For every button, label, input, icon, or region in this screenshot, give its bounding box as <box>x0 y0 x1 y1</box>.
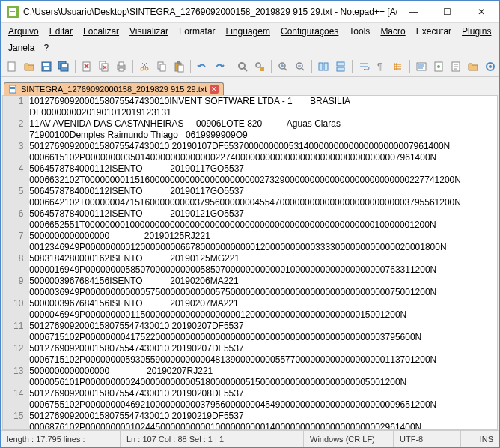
text-line[interactable]: 5012769092000158075547430010 20190107DF5… <box>29 141 497 152</box>
text-line[interactable]: 0006615102P00000000350140000000000000227… <box>29 152 497 163</box>
text-line[interactable]: 0012346949P00000000012000000006678000000… <box>29 242 497 253</box>
line-number <box>13 242 23 253</box>
text-line[interactable]: 5012769092000158075547430010 20190208DF5… <box>29 388 497 399</box>
text-line[interactable]: DF00000000201901012019123131 <box>29 107 497 118</box>
text-line[interactable]: 0000036949P00000000000057500000000000575… <box>29 287 497 298</box>
paste-button[interactable] <box>171 58 187 75</box>
svg-rect-4 <box>10 13 13 13</box>
tab-close-button[interactable]: ✕ <box>210 85 219 94</box>
text-line[interactable]: 1012769092000158075547430010INVENT SOFTW… <box>29 96 497 107</box>
replace-button[interactable] <box>251 58 268 75</box>
text-line[interactable]: 0006715102P00000000593055900000000004813… <box>29 354 497 366</box>
line-number <box>13 175 23 186</box>
find-button[interactable] <box>234 58 251 75</box>
svg-rect-7 <box>43 63 49 66</box>
lang-button[interactable] <box>413 58 430 75</box>
copy-button[interactable] <box>153 58 170 75</box>
save-button[interactable] <box>38 58 55 75</box>
line-number: 10 <box>13 298 23 309</box>
indent-guide-button[interactable] <box>390 58 406 75</box>
text-line[interactable]: 0006642102T00000004715160000000003795600… <box>29 197 497 208</box>
svg-point-40 <box>489 65 492 68</box>
svg-rect-30 <box>319 63 323 70</box>
menu-localizar[interactable]: Localizar <box>79 25 124 38</box>
menu-tools[interactable]: Tools <box>344 25 374 38</box>
text-line[interactable]: 5000003967684156ISENTO 20190207MA221 <box>29 298 497 309</box>
text-line[interactable]: 0006876102P00000000010244500000000001000… <box>29 422 497 429</box>
text-line[interactable]: 5012769092000158075547430010 20190207DF5… <box>29 321 497 332</box>
toolbar: ¶ <box>1 56 499 77</box>
menu-configuracoes[interactable]: Configurações <box>276 25 343 38</box>
menu-macro[interactable]: Macro <box>376 25 409 38</box>
zoom-in-button[interactable] <box>275 58 291 75</box>
text-line[interactable]: 5000000000000000 20190207RJ221 <box>29 366 497 377</box>
line-number: 14 <box>13 388 23 399</box>
open-file-button[interactable] <box>21 58 37 75</box>
text-line[interactable]: 11AV AVENIDA DAS CASTANHEIRAS 00906LOTE … <box>29 118 497 130</box>
menu-formatar[interactable]: Formatar <box>174 25 220 38</box>
menu-help[interactable]: ? <box>39 41 53 55</box>
text-line[interactable]: 5000003967684156ISENTO 20190206MA221 <box>29 276 497 287</box>
toolbar-separator <box>271 60 272 73</box>
editor-area[interactable]: 1234567891011121314151617 10127690920001… <box>2 95 498 430</box>
svg-point-25 <box>239 63 245 69</box>
folder-button[interactable] <box>465 58 481 75</box>
menu-plugins[interactable]: Plugins <box>457 25 496 38</box>
cut-button[interactable] <box>136 58 153 75</box>
text-line[interactable]: 5012769092000158075547430010 20190207DF5… <box>29 343 497 354</box>
func-list-button[interactable] <box>448 58 464 75</box>
text-line[interactable]: 0000046949P00000000011500000000000000000… <box>29 309 497 321</box>
line-number: 7 <box>13 231 23 242</box>
text-line[interactable]: 5064578784000112ISENTO 20190117GO5537 <box>29 186 497 197</box>
status-position: Ln : 107 Col : 88 Sel : 1 | 1 <box>121 431 304 447</box>
new-file-button[interactable] <box>4 58 20 75</box>
text-line[interactable]: 5083184280000162ISENTO 20190125MG221 <box>29 253 497 264</box>
print-button[interactable] <box>113 58 129 75</box>
text-line[interactable]: 5064578784000112ISENTO 20190121GO5537 <box>29 208 497 220</box>
toolbar-separator <box>190 60 191 73</box>
close-file-button[interactable] <box>79 58 95 75</box>
undo-button[interactable] <box>194 58 210 75</box>
status-encoding: UTF-8 <box>394 431 461 447</box>
save-all-button[interactable] <box>55 58 72 75</box>
zoom-out-button[interactable] <box>292 58 308 75</box>
svg-rect-24 <box>178 65 183 72</box>
monitor-button[interactable] <box>482 58 499 75</box>
text-content[interactable]: 1012769092000158075547430010INVENT SOFTW… <box>29 96 497 429</box>
menu-arquivo[interactable]: Arquivo <box>4 25 43 38</box>
menu-janela[interactable]: Janela <box>4 41 39 55</box>
close-button[interactable]: ✕ <box>464 1 498 22</box>
wordwrap-button[interactable] <box>356 58 372 75</box>
menu-visualizar[interactable]: Visualizar <box>125 25 173 38</box>
menu-editar[interactable]: Editar <box>45 25 77 38</box>
line-number <box>13 354 23 366</box>
minimize-button[interactable]: — <box>397 1 430 22</box>
toolbar-separator <box>352 60 353 73</box>
show-all-chars-button[interactable]: ¶ <box>373 58 389 75</box>
menu-linguagem[interactable]: Linguagem <box>222 25 275 38</box>
text-line[interactable]: 5012769092000158075547430010 20190219DF5… <box>29 411 497 422</box>
menu-executar[interactable]: Executar <box>412 25 456 38</box>
text-line[interactable]: 0006715102P00000000417522000000000000000… <box>29 332 497 343</box>
text-line[interactable]: 0006652551T00000000100000000000000000000… <box>29 220 497 231</box>
sync-v-button[interactable] <box>315 58 332 75</box>
redo-button[interactable] <box>211 58 228 75</box>
line-number: 11 <box>13 321 23 332</box>
maximize-button[interactable]: ☐ <box>430 1 464 22</box>
sync-h-button[interactable] <box>332 58 349 75</box>
doc-map-button[interactable] <box>430 58 447 75</box>
text-line[interactable]: 0000016949P00000000585070000000000585070… <box>29 264 497 276</box>
text-line[interactable]: 0000056101P00000000024000000000005180000… <box>29 377 497 388</box>
line-number: 15 <box>13 411 23 422</box>
line-number <box>13 264 23 276</box>
file-tab-icon <box>9 85 18 94</box>
window-title: C:\Users\Usuario\Desktop\SINTEGRA_127690… <box>23 7 397 17</box>
text-line[interactable]: 5000000000000000 20190125RJ221 <box>29 231 497 242</box>
svg-rect-17 <box>119 68 124 71</box>
text-line[interactable]: 5064578784000112ISENTO 20190117GO5537 <box>29 163 497 175</box>
close-all-button[interactable] <box>96 58 112 75</box>
text-line[interactable]: 0006632102T00000000115160000000000000000… <box>29 175 497 186</box>
text-line[interactable]: 71900100Demples Raimundo Thiago 06199999… <box>29 130 497 141</box>
text-line[interactable]: 0006755102P00000000469210000000000379560… <box>29 399 497 411</box>
file-tab[interactable]: SINTEGRA_12769092000158_2019829 915 29.t… <box>4 82 224 95</box>
